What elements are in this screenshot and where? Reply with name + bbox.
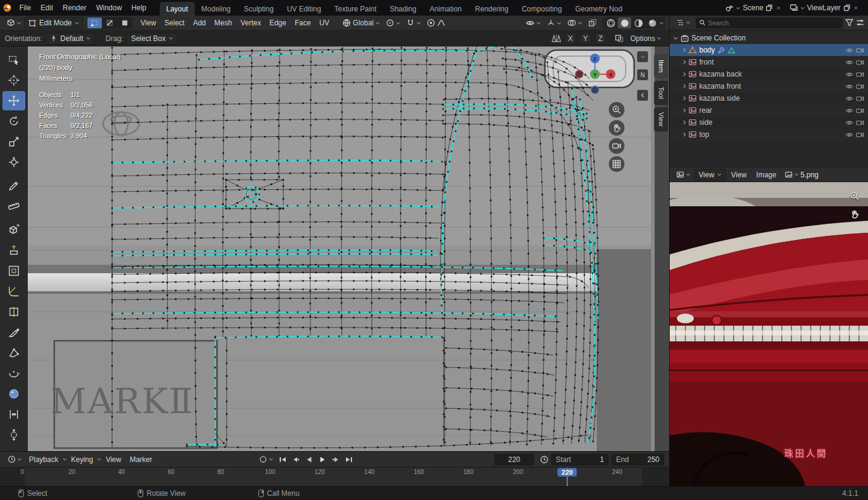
menu-view[interactable]: View [727, 168, 751, 182]
search-input[interactable] [708, 19, 839, 27]
orientation-dropdown[interactable]: Default [46, 33, 95, 45]
tool-inset[interactable] [2, 261, 25, 280]
solid-shading-button[interactable] [618, 17, 631, 28]
visibility-eye-icon[interactable] [845, 83, 854, 90]
menu-playback[interactable]: Playback [25, 452, 63, 467]
tool-measure[interactable] [2, 197, 25, 216]
sidebar-expand-button[interactable] [637, 90, 648, 101]
visibility-eye-icon[interactable] [845, 71, 854, 78]
viewlayer-selector[interactable]: ViewLayer × [787, 2, 862, 13]
mode-selector[interactable]: Edit Mode [24, 17, 83, 29]
menu-mesh[interactable]: Mesh [210, 16, 236, 30]
snapping-toggle[interactable] [403, 17, 424, 29]
next-keyframe-button[interactable] [329, 454, 342, 465]
filter-funnel-icon[interactable] [845, 19, 854, 27]
disclosure-chevron-icon[interactable] [683, 72, 686, 77]
visibility-dropdown[interactable] [523, 17, 544, 29]
mirror-x-toggle[interactable]: X [565, 33, 576, 44]
render-camera-icon[interactable] [856, 47, 864, 54]
pivot-point-selector[interactable] [383, 17, 403, 29]
menu-edit[interactable]: Edit [36, 0, 58, 16]
render-camera-icon[interactable] [856, 119, 864, 126]
tool-add-cube[interactable] [2, 220, 25, 239]
options-dropdown[interactable]: Options [627, 33, 664, 45]
disclosure-chevron-icon[interactable] [683, 84, 686, 89]
menu-vertex[interactable]: Vertex [236, 16, 265, 30]
preview-range-clock-icon[interactable] [540, 455, 549, 464]
n-panel-toggle[interactable]: N [637, 69, 648, 80]
tool-loop-cut[interactable] [2, 302, 25, 321]
gizmos-dropdown[interactable] [544, 17, 564, 29]
timeline-ruler[interactable]: 0 20 40 60 80 100 120 140 160 180 200 22… [0, 467, 669, 486]
render-camera-icon[interactable] [856, 95, 864, 102]
viewlayer-name[interactable]: ViewLayer [807, 4, 841, 12]
editor-type-button[interactable] [4, 17, 24, 29]
zoom-button[interactable] [609, 102, 624, 118]
disclosure-chevron-icon[interactable] [683, 48, 686, 52]
scene-name[interactable]: Scene [743, 4, 763, 12]
menu-keying[interactable]: Keying [67, 452, 98, 467]
outliner-object-row[interactable]: top [670, 128, 868, 141]
toggle-ortho-button[interactable] [609, 156, 624, 172]
scene-collection-row[interactable]: Scene Collection [670, 32, 868, 44]
remove-viewlayer-icon[interactable]: × [853, 4, 859, 11]
disclosure-chevron-icon[interactable] [683, 96, 686, 101]
camera-view-button[interactable] [609, 138, 624, 154]
tool-scale[interactable] [2, 132, 25, 151]
tab-rendering[interactable]: Rendering [468, 2, 515, 16]
tab-geometry-nodes[interactable]: Geometry Nodes [568, 2, 623, 16]
tab-compositing[interactable]: Compositing [515, 2, 568, 16]
unlink-scene-icon[interactable]: × [775, 4, 781, 11]
object-name[interactable]: side [699, 118, 712, 127]
menu-help[interactable]: Help [127, 0, 151, 16]
wireframe-shading-button[interactable] [604, 17, 617, 28]
axis-neg-z-ball[interactable] [591, 86, 599, 94]
tab-animation[interactable]: Animation [423, 2, 468, 16]
tab-uv-editing[interactable]: UV Editing [280, 2, 328, 16]
collection-name[interactable]: Scene Collection [691, 34, 746, 42]
proportional-editing-toggle[interactable] [424, 17, 448, 29]
tool-shrink-fatten[interactable] [2, 425, 25, 445]
menu-uv[interactable]: UV [315, 16, 334, 30]
tool-select-box[interactable] [2, 50, 25, 69]
blender-logo-icon[interactable] [0, 3, 14, 13]
transform-orientation-selector[interactable]: Global [339, 17, 383, 29]
menu-view[interactable]: View [136, 16, 160, 30]
render-camera-icon[interactable] [856, 71, 864, 78]
tool-extrude[interactable] [2, 241, 25, 260]
visibility-eye-icon[interactable] [845, 95, 854, 102]
tool-smooth[interactable] [2, 384, 25, 403]
disclosure-chevron-icon[interactable] [683, 108, 686, 113]
play-button[interactable] [316, 454, 329, 465]
menu-window[interactable]: Window [91, 0, 127, 16]
object-name[interactable]: kazama front [699, 82, 741, 90]
pan-button[interactable] [609, 120, 624, 136]
tool-cursor[interactable] [2, 71, 25, 90]
vertex-select-button[interactable] [87, 17, 102, 28]
visibility-eye-icon[interactable] [845, 59, 854, 66]
visibility-eye-icon[interactable] [845, 119, 854, 126]
tab-layout[interactable]: Layout [160, 2, 195, 16]
render-camera-icon[interactable] [856, 59, 864, 66]
modifier-wrench-icon[interactable] [717, 46, 725, 54]
display-options-icon[interactable] [856, 19, 864, 27]
object-name[interactable]: body [699, 46, 715, 54]
outliner-object-row[interactable]: body [670, 44, 868, 56]
tool-spin[interactable] [2, 364, 25, 383]
editor-type-button[interactable] [673, 17, 693, 29]
outliner-object-row[interactable]: kazama back [670, 68, 868, 80]
jump-to-end-button[interactable] [342, 454, 356, 465]
mesh-data-icon[interactable] [728, 46, 735, 54]
image-editor[interactable]: 珠田人間 [669, 182, 868, 486]
disclosure-chevron-icon[interactable] [683, 132, 686, 137]
menu-file[interactable]: File [14, 0, 36, 16]
axis-neg-x-ball[interactable] [576, 71, 583, 78]
menu-view[interactable]: View [101, 452, 125, 467]
tool-knife[interactable] [2, 323, 25, 342]
visibility-eye-icon[interactable] [845, 47, 854, 54]
visibility-eye-icon[interactable] [845, 107, 854, 114]
outliner-object-row[interactable]: kazama front [670, 80, 868, 92]
object-name[interactable]: top [699, 130, 709, 139]
mirror-y-toggle[interactable]: Y [580, 33, 591, 44]
disclosure-expanded-icon[interactable] [673, 37, 678, 40]
